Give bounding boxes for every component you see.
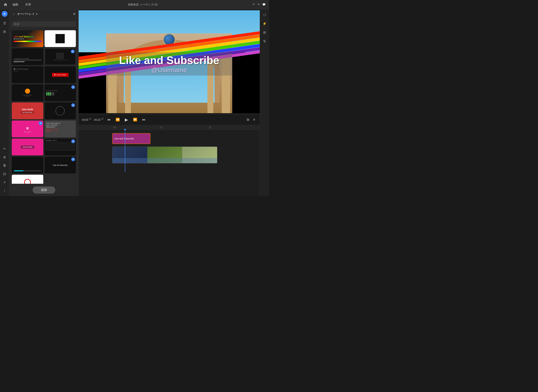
overlay-item-subscribe-pink[interactable]: SUBSCRIBE <box>12 139 43 155</box>
overlay-item-black-square[interactable] <box>45 30 76 47</box>
bar2 <box>48 92 49 96</box>
tap-header: TAP FOR SOUND <box>14 68 42 70</box>
video-track <box>79 146 260 165</box>
overlay-clip[interactable]: Like and Subscribe <box>112 133 150 144</box>
overlay-item-pink-x[interactable]: ★ × @Username <box>12 121 43 137</box>
subscribe-pink-btn: SUBSCRIBE <box>20 145 35 149</box>
project-title: 名称未定: シーケンス 01 <box>128 3 158 6</box>
overlay-item-upnext[interactable]: ★ UP NEXT : EP. 2 <box>45 139 76 155</box>
camera-circle <box>56 106 65 116</box>
contact-sub: KLAZETV <box>25 96 30 97</box>
waveform-2 <box>147 158 182 163</box>
overlay-item-flowers[interactable]: ★ Like & Subscribe <box>45 157 76 173</box>
overlay-item-lorem[interactable]: Lorem ipsum dolor sitamet, consecteturad… <box>45 121 76 137</box>
redo-button[interactable]: ↷ <box>257 3 260 6</box>
add-content-button[interactable]: + <box>2 11 8 17</box>
website-circle <box>24 179 31 184</box>
menu-share[interactable]: 共有 <box>24 2 33 7</box>
right-panel-grid-icon[interactable]: ⊞ <box>261 28 268 36</box>
right-panel-rotate-icon[interactable]: ⭯ <box>261 11 268 19</box>
overlay-item-picture[interactable]: ★ INSERT PICTURE TITLE <box>45 48 76 65</box>
star-badge-11: ★ <box>39 121 43 125</box>
bar4 <box>51 92 52 96</box>
overlay-item-progress[interactable] <box>12 157 43 173</box>
overlay-track: Like and Subscribe <box>79 132 260 145</box>
total-time: 00:23 <box>94 118 100 121</box>
fullscreen-button[interactable]: ⧉ <box>245 117 250 122</box>
video-thumb-3 <box>182 147 217 163</box>
sidebar-delete-button[interactable]: 🗑 <box>1 162 8 169</box>
current-frame: 20 <box>89 118 91 120</box>
top-bar: 編集 共有 名称未定: シーケンス 01 ↶ ↷ 💬 <box>0 0 269 9</box>
settings-button[interactable]: ≡ <box>252 117 256 122</box>
player-controls: 00:00 20 00:23 04 ⏮ ⏪ ▶ ⏩ ⏭ ⧉ ≡ <box>79 114 260 125</box>
bar3 <box>50 92 51 96</box>
comment-button[interactable]: 💬 <box>262 3 266 6</box>
video-subtitle: @Username <box>110 66 228 74</box>
overlay-item-loading[interactable]: LOADING CONTENT PAUSE <box>12 48 43 65</box>
undo-button[interactable]: ↶ <box>252 3 255 6</box>
progress-fill <box>14 170 23 171</box>
add-overlay-button[interactable]: 追加 <box>33 187 55 194</box>
sidebar-subtitle-button[interactable]: ⊟ <box>1 170 8 178</box>
contact-icon <box>25 89 30 94</box>
sidebar-export-button[interactable]: ↕ <box>1 187 8 194</box>
overlay-item-battery[interactable]: ★ BATTERY SYSTEM <box>45 84 76 101</box>
overlay-item-rainbow[interactable]: Like and Subscribe @Username <box>12 30 43 47</box>
sidebar-cut-button[interactable]: ✂ <box>1 145 8 152</box>
tap-icon <box>14 68 15 70</box>
video-clip[interactable] <box>112 147 217 163</box>
panel-search-input[interactable] <box>12 21 76 27</box>
video-thumb-2 <box>147 147 182 163</box>
right-panel: ⭯ ⚡ ⊞ ⇅ <box>260 9 269 196</box>
lorem-circle <box>46 129 50 132</box>
overlay-item-john[interactable]: John Smith ■ SUBSCRIBE <box>12 103 43 119</box>
tap-sub: KLAZETV <box>14 71 42 72</box>
step-forward-button[interactable]: ⏩ <box>132 117 138 122</box>
current-time-display: 00:00 20 00:23 04 <box>82 118 103 121</box>
panel-header: ‹ オーバーレイ ∨ ✕ <box>9 9 78 19</box>
player-right-controls: ⧉ ≡ <box>245 117 256 122</box>
john-subscribe: ■ SUBSCRIBE <box>21 111 34 114</box>
progress-outer <box>14 170 41 171</box>
sidebar-browse-button[interactable]: ☰ <box>1 19 8 27</box>
lorem-rect <box>50 129 58 131</box>
playhead-triangle <box>124 129 126 131</box>
overlay-item-tap[interactable]: TAP FOR SOUND KLAZETV <box>12 66 43 83</box>
skip-to-start-button[interactable]: ⏮ <box>106 117 112 122</box>
timeline-ruler: -:00 -:10 20 <box>79 125 260 130</box>
video-thumb-1 <box>112 147 147 163</box>
skip-to-end-button[interactable]: ⏭ <box>141 117 147 122</box>
play-button[interactable]: ▶ <box>124 116 129 123</box>
current-time: 00:00 <box>82 118 88 121</box>
overlay-item-website[interactable]: www.Example.com <box>12 175 43 184</box>
left-sidebar: + ☰ ⊞ ✂ ⊕ 🗑 ⊟ ≡ ↕ <box>0 9 9 196</box>
star-badge-4: ★ <box>71 50 75 53</box>
right-panel-lightning-icon[interactable]: ⚡ <box>261 20 268 27</box>
black-square-inner <box>56 34 65 43</box>
lorem-text: Lorem ipsum dolor sitamet, consecteturad… <box>46 122 74 128</box>
panel-back-button[interactable]: ‹ <box>12 12 15 16</box>
sidebar-grid-button[interactable]: ⊞ <box>1 28 8 35</box>
pink-x-icon: × <box>26 125 29 131</box>
menu-edit[interactable]: 編集 <box>11 2 20 7</box>
playhead-line <box>125 130 125 172</box>
sidebar-list-button[interactable]: ≡ <box>1 178 8 186</box>
top-bar-right: ↶ ↷ 💬 <box>252 3 266 6</box>
pink-x-sub: @Username <box>24 131 31 132</box>
overlay-item-contact[interactable]: CONTACT INFO KLAZETV <box>12 84 43 101</box>
main-content: + ☰ ⊞ ✂ ⊕ 🗑 ⊟ ≡ ↕ ‹ オーバーレイ ∨ ✕ Like and … <box>0 9 269 196</box>
star-badge-8: ★ <box>71 85 75 89</box>
waveform-1 <box>112 158 147 163</box>
panel-title: オーバーレイ ∨ <box>17 12 71 16</box>
video-preview: Like and Subscribe @Username <box>79 9 260 114</box>
overlay-item-subscribe-red[interactable]: SUBSCRIBE <box>45 66 76 83</box>
battery-title: BATTERY SYSTEM <box>46 90 74 91</box>
sidebar-add-track-button[interactable]: ⊕ <box>1 153 8 161</box>
step-back-button[interactable]: ⏪ <box>114 117 121 122</box>
panel-close-button[interactable]: ✕ <box>73 12 76 16</box>
home-icon[interactable] <box>3 3 8 7</box>
overlay-item-camera[interactable]: ★ <box>45 103 76 119</box>
video-clip-inner <box>112 147 217 163</box>
right-panel-swap-icon[interactable]: ⇅ <box>261 37 268 45</box>
